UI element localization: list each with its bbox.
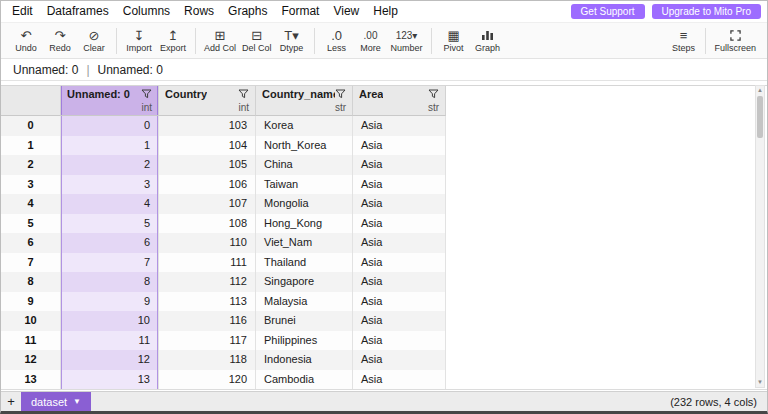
column-header-unnamed0[interactable]: Unnamed: 0int [61,86,159,116]
pivot-button[interactable]: ▦Pivot [437,26,471,56]
cell-country[interactable]: 111 [159,253,256,273]
row-index[interactable]: 1 [1,136,61,156]
cell-area[interactable]: Asia [353,350,446,370]
cell-country[interactable]: 112 [159,272,256,292]
cell-country-name[interactable]: Viet_Nam [256,233,353,253]
menu-item-edit[interactable]: Edit [5,1,40,22]
cell-unnamed0[interactable]: 10 [61,311,159,331]
cell-country[interactable]: 105 [159,155,256,175]
cell-country-name[interactable]: Cambodia [256,370,353,390]
filter-icon[interactable] [335,89,346,99]
cell-unnamed0[interactable]: 3 [61,175,159,195]
cell-unnamed0[interactable]: 1 [61,136,159,156]
cell-country-name[interactable]: Philippines [256,331,353,351]
less-button[interactable]: .0Less [320,26,354,56]
cell-country-name[interactable]: Taiwan [256,175,353,195]
cell-country-name[interactable]: Hong_Kong [256,214,353,234]
scrollbar-thumb[interactable] [757,96,763,138]
cell-country-name[interactable]: Singapore [256,272,353,292]
cell-country[interactable]: 107 [159,194,256,214]
cell-area[interactable]: Asia [353,311,446,331]
menu-item-graphs[interactable]: Graphs [221,1,274,22]
row-index[interactable]: 8 [1,272,61,292]
dtype-button[interactable]: T▾Dtype [275,26,309,56]
row-index[interactable]: 9 [1,292,61,312]
menu-item-format[interactable]: Format [274,1,326,22]
filter-icon[interactable] [141,89,152,99]
cell-country[interactable]: 103 [159,116,256,136]
column-header-country[interactable]: Countryint [159,86,256,116]
menu-item-rows[interactable]: Rows [177,1,221,22]
cell-country-name[interactable]: Brunei [256,311,353,331]
export-button[interactable]: ↥Export [156,26,190,56]
cell-area[interactable]: Asia [353,214,446,234]
filter-icon[interactable] [238,89,249,99]
scroll-down-arrow-icon[interactable]: ▼ [756,378,764,387]
import-button[interactable]: ↧Import [122,26,156,56]
scroll-up-arrow-icon[interactable]: ▲ [756,86,764,95]
cell-country-name[interactable]: Mongolia [256,194,353,214]
cell-area[interactable]: Asia [353,292,446,312]
cell-country[interactable]: 120 [159,370,256,390]
cell-country[interactable]: 118 [159,350,256,370]
row-index[interactable]: 10 [1,311,61,331]
row-index[interactable]: 11 [1,331,61,351]
row-index[interactable]: 13 [1,370,61,390]
cell-area[interactable]: Asia [353,136,446,156]
cell-unnamed0[interactable]: 2 [61,155,159,175]
cell-unnamed0[interactable]: 0 [61,116,159,136]
column-header-country-name[interactable]: Country_namestr [256,86,353,116]
cell-unnamed0[interactable]: 12 [61,350,159,370]
cell-unnamed0[interactable]: 13 [61,370,159,390]
menu-item-columns[interactable]: Columns [116,1,177,22]
undo-button[interactable]: ↶Undo [9,26,43,56]
cell-country[interactable]: 117 [159,331,256,351]
add-sheet-button[interactable]: + [1,392,21,411]
fullscreen-button[interactable]: Fullscreen [711,26,759,56]
cell-area[interactable]: Asia [353,272,446,292]
row-index[interactable]: 5 [1,214,61,234]
cell-area[interactable]: Asia [353,370,446,390]
cell-unnamed0[interactable]: 6 [61,233,159,253]
formula-bar[interactable]: Unnamed: 0 | Unnamed: 0 [1,59,767,81]
cell-country[interactable]: 116 [159,311,256,331]
get-support-button[interactable]: Get Support [571,4,645,19]
cell-area[interactable]: Asia [353,155,446,175]
del-col-button[interactable]: ⊟Del Col [239,26,275,56]
formula-value[interactable]: Unnamed: 0 [98,63,163,77]
menu-item-help[interactable]: Help [366,1,405,22]
cell-unnamed0[interactable]: 4 [61,194,159,214]
cell-country[interactable]: 106 [159,175,256,195]
cell-area[interactable]: Asia [353,116,446,136]
clear-button[interactable]: ⊘Clear [77,26,111,56]
cell-country[interactable]: 113 [159,292,256,312]
cell-country-name[interactable]: Thailand [256,253,353,273]
cell-area[interactable]: Asia [353,331,446,351]
row-index[interactable]: 4 [1,194,61,214]
cell-unnamed0[interactable]: 7 [61,253,159,273]
cell-country-name[interactable]: Korea [256,116,353,136]
cell-country[interactable]: 104 [159,136,256,156]
column-header-area[interactable]: Areastr [353,86,446,116]
number-button[interactable]: 123▾Number [388,26,426,56]
redo-button[interactable]: ↷Redo [43,26,77,56]
menu-item-dataframes[interactable]: Dataframes [40,1,116,22]
row-index[interactable]: 6 [1,233,61,253]
vertical-scrollbar[interactable]: ▲ ▼ [755,85,765,388]
cell-area[interactable]: Asia [353,175,446,195]
cell-unnamed0[interactable]: 5 [61,214,159,234]
row-index[interactable]: 12 [1,350,61,370]
cell-country-name[interactable]: Malaysia [256,292,353,312]
row-index[interactable]: 0 [1,116,61,136]
sheet-tab-dataset[interactable]: dataset ▼ [21,392,91,411]
upgrade-to-pro-button[interactable]: Upgrade to Mito Pro [652,4,762,19]
row-index[interactable]: 2 [1,155,61,175]
row-index[interactable]: 7 [1,253,61,273]
cell-country-name[interactable]: North_Korea [256,136,353,156]
add-col-button[interactable]: ⊞Add Col [201,26,239,56]
cell-unnamed0[interactable]: 11 [61,331,159,351]
cell-country-name[interactable]: Indonesia [256,350,353,370]
row-index[interactable]: 3 [1,175,61,195]
steps-button[interactable]: ≡Steps [666,26,700,56]
more-button[interactable]: .00More [354,26,388,56]
